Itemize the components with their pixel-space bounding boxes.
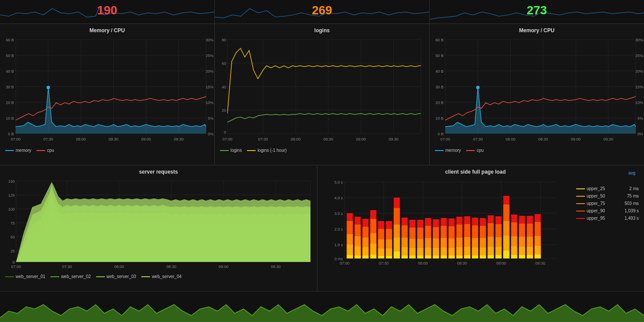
svg-marker-280	[0, 305, 644, 322]
legend-upper50: upper_50 75 ms	[576, 194, 639, 198]
svg-text:08:30: 08:30	[324, 137, 334, 141]
svg-text:0 ms: 0 ms	[334, 257, 343, 261]
svg-rect-254	[496, 255, 502, 258]
server-requests-title: server requests	[2, 169, 315, 175]
svg-text:60: 60	[222, 61, 226, 66]
svg-text:40 B: 40 B	[435, 69, 444, 74]
svg-text:20: 20	[222, 108, 226, 113]
svg-text:09:00: 09:00	[496, 261, 506, 265]
memory-cpu-legend-2: memory cpu	[431, 146, 642, 154]
svg-text:07:00: 07:00	[11, 265, 21, 269]
svg-text:5%: 5%	[208, 116, 214, 121]
svg-rect-164	[355, 255, 361, 258]
svg-text:07:00: 07:00	[11, 137, 21, 141]
top-sparkline-row: 190 269 273	[0, 0, 644, 24]
svg-text:2.0 s: 2.0 s	[334, 227, 343, 231]
svg-text:15%: 15%	[635, 85, 643, 89]
sparkline-value-1: 190	[97, 3, 117, 17]
svg-text:08:30: 08:30	[109, 137, 119, 141]
svg-text:10 B: 10 B	[435, 116, 444, 121]
svg-text:08:00: 08:00	[418, 261, 428, 265]
svg-text:07:30: 07:30	[473, 137, 483, 141]
svg-text:4.0 s: 4.0 s	[334, 196, 343, 200]
sparkline-value-2: 269	[312, 3, 332, 17]
svg-text:08:00: 08:00	[76, 137, 86, 141]
logins-panel: logins 80 60 40 20 0 07:00 07	[215, 24, 430, 165]
svg-text:5%: 5%	[637, 116, 643, 121]
svg-text:50 B: 50 B	[6, 54, 14, 58]
svg-text:07:30: 07:30	[43, 137, 53, 141]
legend-ws01: web_server_01	[5, 274, 45, 279]
svg-text:60 B: 60 B	[435, 38, 444, 42]
svg-text:0 B: 0 B	[8, 132, 14, 136]
svg-text:5.0 s: 5.0 s	[334, 180, 343, 184]
svg-rect-239	[472, 255, 478, 258]
svg-text:08:00: 08:00	[114, 265, 124, 269]
legend-cpu-2: cpu	[466, 148, 484, 153]
legend-upper75: upper_75 503 ms	[576, 201, 639, 206]
logins-legend: logins logins (-1 hour)	[217, 146, 427, 154]
svg-rect-174	[370, 255, 377, 258]
svg-text:30 B: 30 B	[435, 85, 444, 89]
svg-text:0: 0	[13, 260, 15, 265]
server-requests-legend: web_server_01 web_server_02 web_server_0…	[2, 272, 315, 281]
svg-text:08:30: 08:30	[538, 137, 548, 141]
svg-text:0 B: 0 B	[437, 132, 444, 136]
legend-upper95: upper_95 1,493 s	[576, 216, 639, 221]
svg-text:0%: 0%	[208, 132, 214, 136]
sparkline-value-3: 273	[527, 3, 547, 17]
svg-text:50 B: 50 B	[435, 54, 444, 58]
sparkline-panel-2: 269	[215, 0, 430, 23]
legend-memory-1: memory	[5, 148, 31, 153]
memory-cpu-title-2: Memory / CPU	[431, 27, 642, 34]
page-load-panel: client side full page load avg 5.0 s 4.0…	[317, 165, 644, 291]
memory-cpu-legend-1: memory cpu	[2, 146, 213, 154]
svg-rect-259	[504, 251, 510, 258]
svg-rect-274	[527, 255, 533, 258]
page-load-legend: upper_25 2 ms upper_50 75 ms	[573, 178, 642, 289]
svg-rect-229	[457, 255, 463, 258]
svg-rect-269	[519, 255, 525, 258]
svg-rect-204	[417, 255, 424, 258]
legend-ws04: web_server_04	[141, 274, 181, 279]
svg-text:08:00: 08:00	[291, 137, 301, 141]
sparkline-panel-1: 190	[0, 0, 215, 23]
svg-text:08:30: 08:30	[457, 261, 467, 265]
svg-point-97	[476, 86, 480, 89]
svg-rect-179	[378, 256, 384, 258]
svg-rect-189	[394, 252, 400, 258]
svg-text:07:00: 07:00	[440, 137, 450, 141]
sparkline-panel-3: 273	[430, 0, 644, 23]
page-load-avg-label: avg	[628, 171, 639, 175]
memory-cpu-title-1: Memory / CPU	[2, 27, 213, 34]
server-requests-panel: server requests 150 125 100 75 50 25 0	[0, 165, 317, 291]
svg-rect-244	[480, 255, 486, 258]
legend-ws03: web_server_03	[96, 274, 136, 279]
svg-text:20 B: 20 B	[435, 101, 444, 105]
svg-rect-224	[449, 255, 455, 258]
svg-text:09:30: 09:30	[535, 261, 545, 265]
svg-text:40 B: 40 B	[6, 69, 14, 74]
svg-text:15%: 15%	[206, 85, 214, 89]
svg-text:09:00: 09:00	[141, 137, 151, 141]
svg-text:25%: 25%	[206, 54, 214, 58]
svg-text:50: 50	[10, 235, 15, 239]
svg-text:150: 150	[8, 179, 15, 184]
page-load-content: 5.0 s 4.0 s 3.0 s 2.0 s 1.0 s 0 ms	[319, 178, 642, 289]
svg-text:30 B: 30 B	[6, 85, 14, 89]
svg-text:07:30: 07:30	[379, 261, 389, 265]
svg-text:25: 25	[10, 249, 15, 253]
svg-rect-194	[402, 255, 408, 258]
svg-text:09:00: 09:00	[571, 137, 581, 141]
svg-text:30%: 30%	[206, 38, 214, 42]
svg-text:0%: 0%	[637, 132, 643, 136]
memory-cpu-panel-1: Memory / CPU 60 B 50 B 40 B 30 B 20 B 10…	[0, 24, 215, 165]
svg-text:07:30: 07:30	[62, 265, 72, 269]
svg-text:25%: 25%	[635, 54, 643, 58]
svg-text:10%: 10%	[206, 101, 214, 105]
dashboard: 190 269 273 Memory / CPU 60 B	[0, 0, 644, 322]
svg-text:10 B: 10 B	[6, 116, 14, 121]
svg-rect-214	[433, 255, 439, 258]
svg-text:40: 40	[222, 85, 226, 89]
svg-text:07:00: 07:00	[340, 261, 350, 265]
